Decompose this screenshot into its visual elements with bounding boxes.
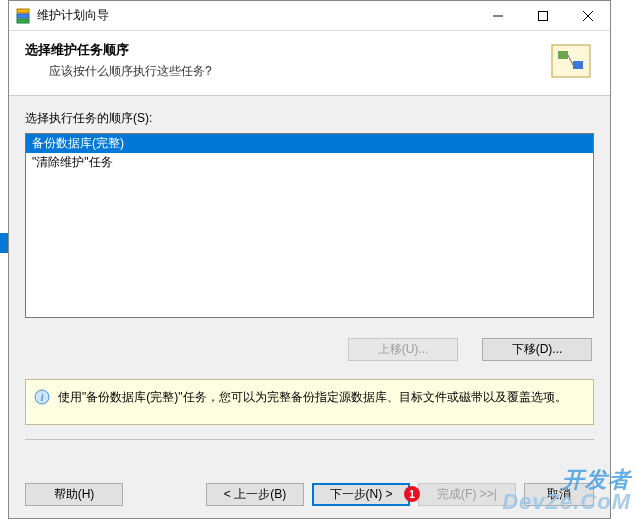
task-order-listbox[interactable]: 备份数据库(完整) "清除维护"任务 [25,133,594,318]
wizard-window: 维护计划向导 选择维护任务顺序 应该按什么顺序执行这些任务? 选择执行任务的顺序… [8,0,611,519]
list-item[interactable]: 备份数据库(完整) [26,134,593,153]
move-down-button[interactable]: 下移(D)... [482,338,592,361]
svg-rect-9 [573,61,583,69]
maximize-button[interactable] [520,1,565,30]
separator [25,439,594,440]
wizard-content: 选择执行任务的顺序(S): 备份数据库(完整) "清除维护"任务 上移(U)..… [9,96,610,473]
svg-rect-2 [17,19,29,23]
wizard-footer: 帮助(H) < 上一步(B) 下一步(N) > 完成(F) >>| 取消 1 [9,473,610,518]
info-panel: i 使用"备份数据库(完整)"任务，您可以为完整备份指定源数据库、目标文件或磁带… [25,379,594,425]
titlebar: 维护计划向导 [9,1,610,31]
svg-rect-0 [17,9,29,13]
annotation-badge: 1 [404,486,420,502]
svg-rect-1 [17,14,29,18]
wizard-icon [546,41,594,83]
back-button[interactable]: < 上一步(B) [206,483,304,506]
info-text: 使用"备份数据库(完整)"任务，您可以为完整备份指定源数据库、目标文件或磁带以及… [58,388,567,406]
header-subtitle: 应该按什么顺序执行这些任务? [49,63,546,80]
cancel-button[interactable]: 取消 [524,483,594,506]
window-title: 维护计划向导 [37,7,109,24]
minimize-button[interactable] [475,1,520,30]
wizard-header: 选择维护任务顺序 应该按什么顺序执行这些任务? [9,31,610,96]
next-button[interactable]: 下一步(N) > [312,483,410,506]
svg-rect-8 [558,51,568,59]
app-icon [15,8,31,24]
svg-rect-4 [538,11,547,20]
list-label: 选择执行任务的顺序(S): [25,110,594,127]
help-button[interactable]: 帮助(H) [25,483,123,506]
svg-text:i: i [40,391,43,403]
move-up-button[interactable]: 上移(U)... [348,338,458,361]
list-item[interactable]: "清除维护"任务 [26,153,593,172]
close-button[interactable] [565,1,610,30]
info-icon: i [34,389,50,405]
background-highlight [0,233,8,253]
header-title: 选择维护任务顺序 [25,41,546,59]
finish-button[interactable]: 完成(F) >>| [418,483,516,506]
